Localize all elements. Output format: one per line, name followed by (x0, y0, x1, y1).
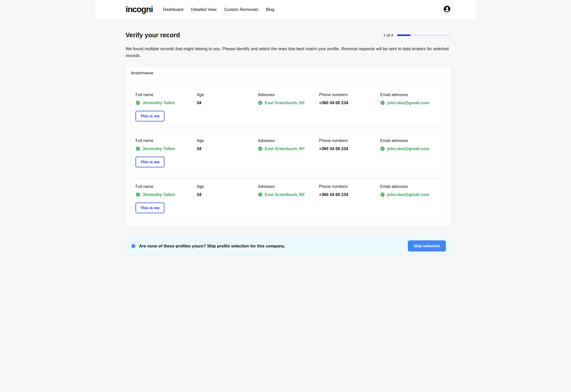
field-label-age: Age (197, 138, 258, 143)
record-col-age: Age 34 (197, 93, 258, 121)
page-description: We found multiple records that might bel… (126, 45, 451, 59)
check-icon (380, 100, 385, 105)
field-label-phones: Phone numbers (319, 184, 380, 189)
field-label-phones: Phone numbers (319, 93, 380, 97)
record-col-emails: Email adresses john.doe@gmail.com (380, 138, 441, 167)
this-is-me-button[interactable]: This is me (136, 111, 164, 121)
nav-link-detailed-view[interactable]: Detailed View (191, 7, 217, 12)
account-avatar-button[interactable] (443, 5, 451, 14)
record-email: john.doe@gmail.com (387, 146, 429, 151)
field-label-full-name: Full name (136, 93, 197, 97)
record-col-full-name: Full name Jimmothy Talkin This is me (136, 184, 197, 213)
record-address: East Greenbush, NY (265, 100, 305, 105)
field-label-full-name: Full name (136, 184, 197, 189)
record-col-addresses: Adresses East Greenbush, NY (258, 93, 319, 121)
page-header: Verify your record 1 of 4 (126, 31, 451, 39)
record-card: Full name Jimmothy Talkin This is me Age (131, 133, 446, 173)
record-email: john.doe@gmail.com (387, 192, 429, 197)
check-icon (258, 192, 263, 197)
skip-banner: Are none of these profiles yours? Skip p… (126, 237, 451, 255)
record-col-addresses: Adresses East Greenbush, NY (258, 184, 319, 213)
nav-link-custom-removals[interactable]: Custom Removals (224, 7, 258, 12)
record-col-emails: Email adresses john.doe@gmail.com (380, 93, 441, 121)
field-label-addresses: Adresses (258, 184, 319, 189)
record-col-phones: Phone numbers +360 34 00 234 (319, 184, 380, 213)
record-phone: +360 34 00 234 (319, 146, 348, 151)
record-col-full-name: Full name Jimmothy Talkin This is me (136, 93, 197, 121)
page: incogni Dashboard Detailed View Custom R… (95, 0, 476, 265)
progress-fill (397, 34, 411, 36)
record-phone: +360 34 00 234 (319, 192, 348, 197)
progress-label: 1 of 4 (383, 33, 393, 38)
record-col-full-name: Full name Jimmothy Talkin This is me (136, 138, 197, 167)
record-email: john.doe@gmail.com (387, 100, 429, 105)
record-full-name: Jimmothy Talkin (142, 100, 175, 105)
field-label-emails: Email adresses (380, 93, 441, 97)
check-icon (380, 192, 385, 197)
record-card: Full name Jimmothy Talkin This is me Age (131, 179, 446, 219)
check-icon (136, 192, 140, 197)
broker-records: Full name Jimmothy Talkin This is me Age (126, 80, 451, 226)
this-is-me-button[interactable]: This is me (136, 203, 164, 213)
broker-card: BrokerName Full name Jimmothy Talkin (126, 66, 451, 226)
navbar: incogni Dashboard Detailed View Custom R… (95, 0, 476, 19)
account-circle-icon (443, 5, 451, 14)
record-col-emails: Email adresses john.doe@gmail.com (380, 184, 441, 213)
record-col-age: Age 34 (197, 138, 258, 167)
field-label-emails: Email adresses (380, 138, 441, 143)
nav-links: Dashboard Detailed View Custom Removals … (163, 7, 274, 12)
record-address: East Greenbush, NY (265, 192, 305, 197)
check-icon (258, 100, 263, 105)
check-icon (380, 146, 385, 151)
field-label-addresses: Adresses (258, 138, 319, 143)
record-col-addresses: Adresses East Greenbush, NY (258, 138, 319, 167)
skip-banner-message: Are none of these profiles yours? Skip p… (139, 244, 285, 248)
record-col-age: Age 34 (197, 184, 258, 213)
info-icon (131, 244, 136, 248)
main-content: Verify your record 1 of 4 We found multi… (95, 31, 476, 255)
record-phone: +360 34 00 234 (319, 100, 348, 105)
field-label-age: Age (197, 93, 258, 97)
broker-name: BrokerName (126, 67, 451, 80)
check-icon (136, 146, 140, 151)
nav-link-blog[interactable]: Blog (266, 7, 274, 12)
nav-link-dashboard[interactable]: Dashboard (163, 7, 183, 12)
skip-selection-button[interactable]: Skip selection (408, 240, 446, 252)
record-col-phones: Phone numbers +360 34 00 234 (319, 138, 380, 167)
record-full-name: Jimmothy Talkin (142, 192, 175, 197)
check-icon (258, 146, 263, 151)
field-label-full-name: Full name (136, 138, 197, 143)
field-label-age: Age (197, 184, 258, 189)
record-address: East Greenbush, NY (265, 146, 305, 151)
check-icon (136, 100, 140, 105)
progress-indicator: 1 of 4 (383, 33, 451, 38)
field-label-emails: Email adresses (380, 184, 441, 189)
progress-bar (397, 34, 451, 36)
page-title: Verify your record (126, 31, 180, 39)
this-is-me-button[interactable]: This is me (136, 157, 164, 167)
record-col-phones: Phone numbers +360 34 00 234 (319, 93, 380, 121)
record-age: 34 (197, 100, 201, 105)
incogni-logo[interactable]: incogni (126, 5, 153, 14)
record-age: 34 (197, 192, 201, 197)
field-label-addresses: Adresses (258, 93, 319, 97)
record-card: Full name Jimmothy Talkin This is me Age (131, 87, 446, 127)
field-label-phones: Phone numbers (319, 138, 380, 143)
record-age: 34 (197, 146, 201, 151)
record-full-name: Jimmothy Talkin (142, 146, 175, 151)
